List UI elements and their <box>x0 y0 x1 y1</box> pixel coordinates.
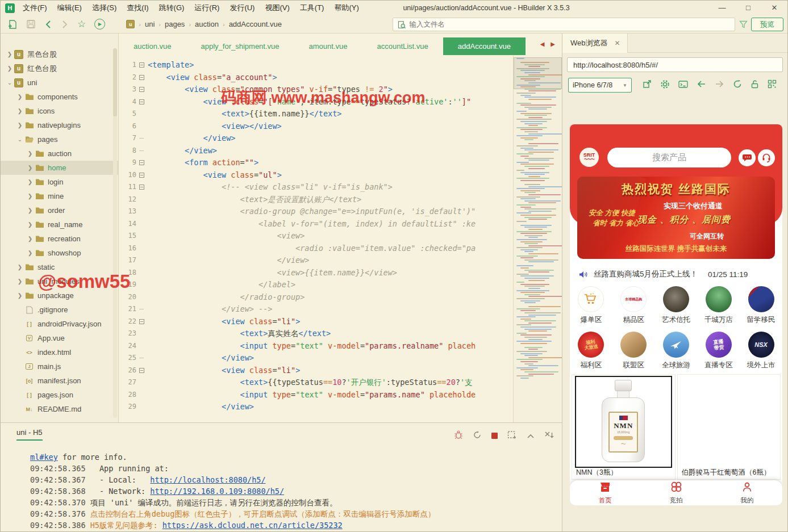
maximize-button[interactable]: □ <box>735 1 761 15</box>
category-福利区[interactable]: 福利大放送福利区 <box>570 332 612 370</box>
log-link[interactable]: http://localhost:8080/h5/ <box>150 475 265 484</box>
breadcrumb-item[interactable]: uni <box>145 20 155 28</box>
code-line[interactable]: 10 <view class="ul"> <box>119 169 513 182</box>
restart-icon[interactable] <box>473 430 482 442</box>
tree-item-黑色台股[interactable]: ❯u黑色台股 <box>1 47 118 61</box>
code-line[interactable]: 29 </view> <box>119 401 513 413</box>
editor-tab-accountList.vue[interactable]: accountList.vue <box>362 37 443 55</box>
tree-item-order[interactable]: ❯order <box>1 203 118 217</box>
log-link[interactable]: ml#key <box>30 453 58 462</box>
minimap[interactable] <box>513 55 562 422</box>
back-arrow-icon[interactable] <box>697 80 706 90</box>
code-line[interactable]: 21 </view> --> <box>119 303 513 316</box>
category-千城万店[interactable]: 千城万店 <box>697 286 740 325</box>
menu-item[interactable]: 发行(U) <box>224 3 260 13</box>
console-line[interactable]: 09:42:58.386 H5版常见问题参考: https://ask.dclo… <box>30 520 561 530</box>
tree-item-index.html[interactable]: <>index.html <box>1 345 118 359</box>
fold-icon[interactable] <box>139 72 148 84</box>
tab-scroll-arrows[interactable]: ◀ ▶ <box>540 41 557 47</box>
chat-icon[interactable] <box>739 149 756 166</box>
open-external-icon[interactable] <box>643 79 652 91</box>
console-line[interactable]: 09:42:58.370 项目 'uni' 编译成功。前端运行日志，请另行在浏览… <box>30 497 561 508</box>
lock-icon[interactable] <box>751 79 759 91</box>
minimap-viewport[interactable] <box>514 57 562 89</box>
customer-service-icon[interactable] <box>758 149 775 166</box>
menu-item[interactable]: 编辑(E) <box>52 3 87 13</box>
menu-item[interactable]: 文件(F) <box>18 3 52 13</box>
menu-item[interactable]: 查找(I) <box>122 3 153 13</box>
tree-item-static[interactable]: ❯static <box>1 260 118 274</box>
url-input[interactable] <box>569 61 781 69</box>
preview-button[interactable]: 预览 <box>751 18 783 31</box>
favorite-icon[interactable]: ☆ <box>77 19 86 29</box>
code-line[interactable]: 16 <radio :value="item.value" :checked="… <box>119 242 513 255</box>
save-icon[interactable] <box>26 19 36 29</box>
category-联盟区[interactable]: 联盟区 <box>612 332 655 370</box>
tree-item-README.md[interactable]: M↓README.md <box>1 402 118 416</box>
tree-item-nativeplugins[interactable]: ❯nativeplugins <box>1 118 118 132</box>
code-line[interactable]: 9 <form action=""> <box>119 157 513 169</box>
tree-item-App.vue[interactable]: VApp.vue <box>1 331 118 345</box>
code-line[interactable]: 3 <view class="common types" v-if="types… <box>119 83 513 96</box>
menu-item[interactable]: 运行(R) <box>189 3 224 13</box>
product-search-input[interactable]: 搜索产品 <box>607 148 731 167</box>
screenshot-icon[interactable] <box>507 430 517 441</box>
code-line[interactable]: 8 </view> <box>119 145 513 157</box>
code-area[interactable]: 1<template>2 <view class="a_account">3 <… <box>119 55 513 422</box>
code-line[interactable]: 2 <view class="a_account"> <box>119 72 513 84</box>
tree-item-login[interactable]: ❯login <box>1 175 118 189</box>
tree-item-.gitignore[interactable]: .gitignore <box>1 303 118 317</box>
console-line[interactable]: 09:42:58.367 - Local: http://localhost:8… <box>30 474 561 485</box>
clear-log-icon[interactable] <box>544 431 554 441</box>
console-view-icon[interactable] <box>678 80 688 91</box>
code-line[interactable]: 22 <view class="li"> <box>119 316 513 328</box>
device-selector[interactable]: iPhone 6/7/8 ▼ <box>568 78 632 93</box>
tree-item-auction[interactable]: ❯auction <box>1 146 118 161</box>
code-line[interactable]: 24 <input type="text" v-model="params.re… <box>119 340 513 353</box>
code-line[interactable]: 5 <text>{{item.name}}</text> <box>119 108 513 120</box>
product-card[interactable]: 伯爵骏马干红葡萄酒（6瓶） <box>677 374 781 480</box>
console-tab[interactable]: uni - H5 <box>16 428 43 441</box>
code-line[interactable]: 11 <!-- <view class="li" v-if="is_bank"> <box>119 181 513 194</box>
fold-icon[interactable] <box>139 181 148 194</box>
code-line[interactable]: 20 </radio-group> <box>119 291 513 304</box>
run-icon[interactable]: ▶ <box>94 19 105 30</box>
category-留学移民[interactable]: 留学移民 <box>740 286 782 325</box>
refresh-icon[interactable] <box>733 79 742 91</box>
breadcrumb-item[interactable]: addAccount.vue <box>229 20 282 28</box>
promo-banner[interactable]: 热烈祝贺 丝路国际 实现三个收付通道 安全 方便 快捷 省时 省力 省心 现金 … <box>577 177 775 259</box>
console-line[interactable]: ml#key for more info. <box>30 451 561 463</box>
tree-item-uni[interactable]: ⌄uuni <box>1 76 118 90</box>
log-link[interactable]: https://ask.dcloud.net.cn/article/35232 <box>162 521 343 530</box>
forward-icon[interactable] <box>61 20 69 29</box>
fold-icon[interactable] <box>139 365 148 377</box>
code-line[interactable]: 26 <view class="li"> <box>119 365 513 377</box>
code-line[interactable]: 25 </view> <box>119 352 513 365</box>
menu-item[interactable]: 跳转(G) <box>154 3 190 13</box>
tree-item-showshop[interactable]: ❯showshop <box>1 246 118 260</box>
tree-item-uni_modules[interactable]: ❯uni_modules <box>1 274 118 288</box>
log-link[interactable]: http://192.168.0.109:8080/h5/ <box>150 487 284 496</box>
code-line[interactable]: 4 <view :class="['name', item.type==type… <box>119 96 513 108</box>
code-line[interactable]: 6 <view></view> <box>119 120 513 133</box>
tree-item-pages.json[interactable]: [ ]pages.json <box>1 388 118 402</box>
new-file-icon[interactable] <box>7 19 18 30</box>
category-直播专区[interactable]: 直播带货直播专区 <box>697 332 740 370</box>
code-line[interactable]: 15 <view> <box>119 230 513 242</box>
product-card[interactable]: NMN15,000mg〜NMN（3瓶） <box>572 374 676 480</box>
tree-item-components[interactable]: ❯components <box>1 90 118 104</box>
tree-item-manifest.json[interactable]: [o]manifest.json <box>1 374 118 388</box>
notice-bar[interactable]: 丝路直购商城5月份正式上线！ 01/25 11:19 <box>570 267 782 282</box>
fold-icon[interactable] <box>139 59 148 72</box>
console-line[interactable]: 09:42:58.365 App running at: <box>30 463 561 474</box>
tree-item-androidPrivacy.json[interactable]: [ ]androidPrivacy.json <box>1 317 118 331</box>
fold-icon[interactable] <box>139 316 148 328</box>
category-境外上市[interactable]: NSX境外上市 <box>740 332 782 370</box>
minimize-button[interactable]: — <box>709 1 735 15</box>
editor-tab-addAccount.vue[interactable]: addAccount.vue <box>443 37 526 55</box>
qr-code-icon[interactable] <box>768 79 777 91</box>
fold-icon[interactable] <box>139 169 148 182</box>
console-line[interactable]: 09:42:58.376 点击控制台右上角debug图标（红色虫子），可开启断点… <box>30 508 561 520</box>
code-line[interactable]: 14 <label v-for="(item, index) in defaul… <box>119 218 513 231</box>
menu-item[interactable]: 帮助(Y) <box>329 3 364 13</box>
